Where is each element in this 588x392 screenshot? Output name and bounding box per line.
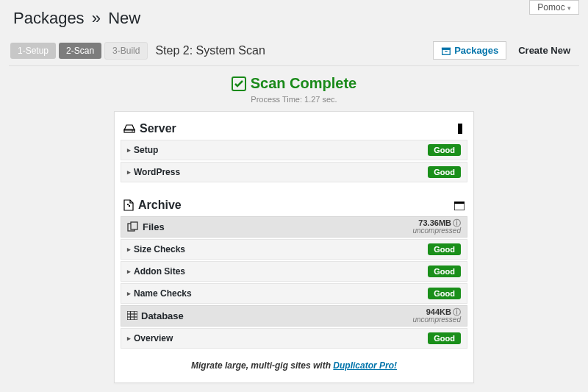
- files-subheader: Files 73.36MBⓘ uncompressed: [121, 216, 467, 238]
- svg-rect-12: [131, 222, 137, 229]
- scan-header: Scan Complete Process Time: 1.27 sec.: [9, 75, 579, 104]
- svg-rect-1: [442, 49, 451, 54]
- caret-right-icon: ▸: [127, 290, 131, 297]
- help-icon[interactable]: ⓘ: [453, 307, 461, 316]
- promo-prefix: Migrate large, multi-gig sites with: [191, 360, 333, 371]
- server-row-label: Setup: [134, 145, 428, 155]
- db-compression: uncompressed: [412, 316, 461, 324]
- status-badge: Good: [428, 288, 461, 299]
- breadcrumb-separator: »: [92, 9, 101, 27]
- svg-rect-2: [445, 51, 448, 51]
- page-title: Packages » New: [13, 9, 579, 28]
- packages-link[interactable]: Packages: [433, 41, 506, 60]
- server-section-header: Server: [121, 116, 467, 138]
- files-compression: uncompressed: [412, 227, 461, 235]
- svg-rect-13: [127, 311, 137, 320]
- server-section-title: Server: [140, 122, 176, 135]
- breadcrumb-leaf: New: [108, 9, 140, 27]
- db-row-label: Overview: [134, 333, 428, 343]
- copy-icon: [127, 221, 139, 232]
- scan-title: Scan Complete: [251, 75, 356, 92]
- status-badge: Good: [428, 243, 461, 255]
- status-badge: Good: [428, 266, 461, 277]
- files-row-label: Addon Sites: [134, 266, 428, 277]
- toolbar: 1-Setup 2-Scan 3-Build Step 2: System Sc…: [9, 38, 579, 66]
- caret-right-icon: ▸: [127, 268, 131, 275]
- caret-right-icon: ▸: [127, 168, 131, 176]
- db-row-overview[interactable]: ▸ Overview Good: [121, 328, 467, 349]
- file-archive-icon: [123, 199, 134, 211]
- files-size: 73.36MB: [418, 218, 451, 227]
- help-icon[interactable]: ⓘ: [453, 218, 461, 227]
- scan-panel: Server ▸ Setup Good ▸ WordPress Good Arc…: [114, 111, 474, 383]
- database-subheader: Database 944KBⓘ uncompressed: [121, 305, 467, 327]
- step-1-setup[interactable]: 1-Setup: [10, 43, 56, 59]
- files-row-name-checks[interactable]: ▸ Name Checks Good: [121, 283, 467, 304]
- help-dropdown-label: Pomoc: [537, 2, 564, 13]
- promo-link[interactable]: Duplicator Pro!: [333, 360, 397, 371]
- files-row-label: Size Checks: [134, 244, 428, 254]
- check-square-icon: [232, 76, 246, 91]
- server-row-label: WordPress: [134, 167, 428, 177]
- promo-text: Migrate large, multi-gig sites with Dupl…: [121, 360, 467, 371]
- archive-section-title: Archive: [138, 199, 182, 212]
- caret-right-icon: ▸: [127, 246, 131, 253]
- status-badge: Good: [428, 332, 461, 344]
- archive-section-header: Archive: [121, 193, 467, 215]
- step-2-scan[interactable]: 2-Scan: [59, 43, 101, 59]
- status-badge: Good: [428, 144, 461, 156]
- table-icon: [127, 311, 137, 320]
- filter-icon[interactable]: [456, 124, 465, 137]
- help-dropdown[interactable]: Pomoc: [529, 0, 579, 15]
- svg-rect-7: [127, 204, 129, 205]
- archive-icon: [441, 46, 451, 56]
- files-row-addon-sites[interactable]: ▸ Addon Sites Good: [121, 261, 467, 282]
- server-row-setup[interactable]: ▸ Setup Good: [121, 140, 467, 160]
- hdd-icon: [123, 124, 135, 134]
- caret-right-icon: ▸: [127, 335, 131, 342]
- files-subheader-title: Files: [143, 221, 165, 232]
- server-row-wordpress[interactable]: ▸ WordPress Good: [121, 162, 467, 182]
- svg-point-5: [132, 130, 133, 132]
- scan-subtitle: Process Time: 1.27 sec.: [9, 95, 579, 104]
- svg-rect-10: [454, 202, 465, 204]
- breadcrumb-root: Packages: [13, 9, 85, 27]
- svg-rect-6: [458, 124, 462, 134]
- svg-rect-8: [129, 205, 130, 207]
- status-badge: Good: [428, 166, 461, 178]
- files-row-label: Name Checks: [134, 288, 428, 299]
- step-label: Step 2: System Scan: [155, 44, 265, 57]
- files-row-size-checks[interactable]: ▸ Size Checks Good: [121, 239, 467, 260]
- window-icon[interactable]: [454, 200, 465, 213]
- caret-right-icon: ▸: [127, 146, 131, 154]
- db-size: 944KB: [426, 307, 451, 316]
- packages-link-label: Packages: [454, 45, 498, 56]
- create-new-link[interactable]: Create New: [511, 42, 578, 59]
- step-3-build: 3-Build: [104, 42, 148, 60]
- database-subheader-title: Database: [141, 310, 184, 321]
